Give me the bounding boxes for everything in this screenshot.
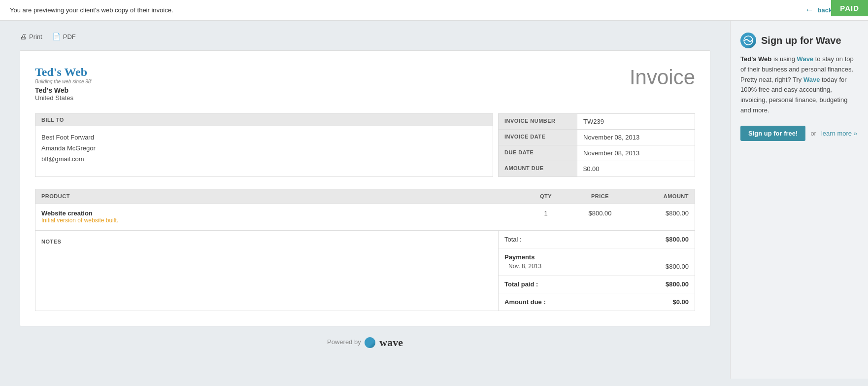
- payments-row: Payments Nov. 8, 2013 $800.00: [499, 248, 695, 276]
- back-word: back: [818, 6, 833, 14]
- line-item-row: Website creation Initial version of webs…: [35, 204, 695, 230]
- invoice-area: 🖨 Print 📄 PDF Ted's Web Building the web…: [0, 21, 730, 379]
- client-name: Best Foot Forward: [41, 132, 487, 143]
- invoice-info-row: INVOICE NUMBERTW239: [499, 114, 695, 130]
- invoice-card: Ted's Web Building the web since 98' Ted…: [20, 50, 710, 326]
- payments-header: Payments: [504, 253, 534, 261]
- logo-area: Ted's Web Building the web since 98' Ted…: [35, 66, 92, 102]
- info-label: INVOICE NUMBER: [499, 114, 577, 129]
- item-qty: 1: [521, 210, 570, 217]
- info-label: DUE DATE: [499, 145, 577, 161]
- total-paid-row: Total paid : $800.00: [499, 276, 695, 293]
- sidebar-title: Sign up for Wave: [740, 33, 858, 48]
- wave-logo: wave: [363, 336, 403, 349]
- info-value: $0.00: [577, 161, 695, 176]
- invoice-info-section: INVOICE NUMBERTW239INVOICE DATENovember …: [498, 113, 695, 177]
- total-label: Total :: [504, 236, 522, 243]
- invoice-info-row: DUE DATENovember 08, 2013: [499, 145, 695, 161]
- total-paid-value: $800.00: [666, 281, 689, 288]
- print-button[interactable]: 🖨 Print: [20, 33, 42, 40]
- sidebar: Sign up for Wave Ted's Web is using Wave…: [730, 21, 868, 379]
- wave-icon: [740, 33, 756, 48]
- main-layout: 🖨 Print 📄 PDF Ted's Web Building the web…: [0, 21, 868, 379]
- wave-logo-circle: [365, 337, 375, 348]
- col-header-amount: AMOUNT: [630, 193, 689, 199]
- notes-label: NOTES: [41, 239, 492, 245]
- powered-by: Powered by wave: [20, 326, 710, 359]
- or-text: or: [810, 130, 816, 137]
- business-country: United States: [35, 94, 92, 102]
- wave-logo-text: wave: [379, 336, 403, 349]
- pdf-icon: 📄: [52, 33, 61, 40]
- item-price: $800.00: [570, 210, 630, 217]
- toolbar: 🖨 Print 📄 PDF: [20, 31, 710, 42]
- logo-text: Ted's Web: [35, 66, 92, 79]
- total-value: $800.00: [666, 236, 689, 243]
- item-desc: Initial version of website built.: [41, 217, 521, 224]
- learn-more-link[interactable]: learn more »: [821, 130, 857, 137]
- paid-badge: PAID: [831, 0, 868, 16]
- col-header-qty: QTY: [521, 193, 570, 199]
- invoice-info-row: INVOICE DATENovember 08, 2013: [499, 130, 695, 145]
- line-items-body: Website creation Initial version of webs…: [35, 204, 695, 230]
- bill-to-content: Best Foot Forward Amanda McGregor bff@gm…: [35, 126, 493, 171]
- total-row: Total : $800.00: [499, 231, 695, 248]
- info-value: November 08, 2013: [577, 130, 695, 145]
- info-value: TW239: [577, 114, 695, 129]
- signup-button[interactable]: Sign up for free!: [740, 126, 805, 141]
- line-items: PRODUCT QTY PRICE AMOUNT Website creatio…: [35, 189, 695, 231]
- logo-subtitle: Building the web since 98': [35, 79, 92, 84]
- sidebar-heading: Sign up for Wave: [761, 35, 841, 46]
- info-label: INVOICE DATE: [499, 130, 577, 145]
- invoice-title: Invoice: [630, 66, 695, 89]
- pdf-label: PDF: [63, 33, 76, 40]
- print-icon: 🖨: [20, 33, 27, 40]
- bill-to-header: BILL TO: [35, 114, 493, 126]
- preview-text: You are previewing your client's web cop…: [10, 6, 173, 14]
- col-header-product: PRODUCT: [41, 193, 521, 199]
- top-bar: You are previewing your client's web cop…: [0, 0, 868, 21]
- back-arrow-icon: ←: [805, 5, 814, 15]
- col-header-price: PRICE: [570, 193, 630, 199]
- total-paid-label: Total paid :: [504, 281, 538, 288]
- invoice-header: Ted's Web Building the web since 98' Ted…: [35, 66, 695, 102]
- invoice-info-row: AMOUNT DUE$0.00: [499, 161, 695, 176]
- item-amount: $800.00: [630, 210, 689, 217]
- client-contact: Amanda McGregor: [41, 143, 487, 154]
- amount-due-label: Amount due :: [504, 298, 546, 306]
- print-label: Print: [29, 33, 42, 40]
- totals-section: Total : $800.00 Payments Nov. 8, 2013 $8…: [498, 231, 695, 311]
- amount-due-value: $0.00: [672, 298, 689, 306]
- signup-row: Sign up for free! or learn more »: [740, 126, 858, 141]
- pdf-button[interactable]: 📄 PDF: [52, 33, 76, 40]
- payment-amount: $800.00: [666, 263, 689, 270]
- item-product: Website creation Initial version of webs…: [41, 210, 521, 224]
- sidebar-business-name: Ted's Web: [740, 55, 771, 63]
- notes-section: NOTES: [35, 231, 498, 311]
- sidebar-desc: Ted's Web is using Wave to stay on top o…: [740, 54, 858, 116]
- invoice-details: BILL TO Best Foot Forward Amanda McGrego…: [35, 113, 695, 177]
- info-label: AMOUNT DUE: [499, 161, 577, 176]
- payment-date: Nov. 8, 2013: [504, 263, 541, 270]
- line-items-header: PRODUCT QTY PRICE AMOUNT: [35, 189, 695, 204]
- amount-due-row: Amount due : $0.00: [499, 293, 695, 311]
- item-name: Website creation: [41, 210, 521, 217]
- business-name: Ted's Web: [35, 86, 92, 94]
- bottom-section: NOTES Total : $800.00 Payments Nov. 8, 2…: [35, 231, 695, 311]
- powered-by-text: Powered by: [327, 338, 361, 346]
- bill-to-section: BILL TO Best Foot Forward Amanda McGrego…: [35, 113, 493, 177]
- info-value: November 08, 2013: [577, 145, 695, 161]
- client-email: bff@gmail.com: [41, 154, 487, 165]
